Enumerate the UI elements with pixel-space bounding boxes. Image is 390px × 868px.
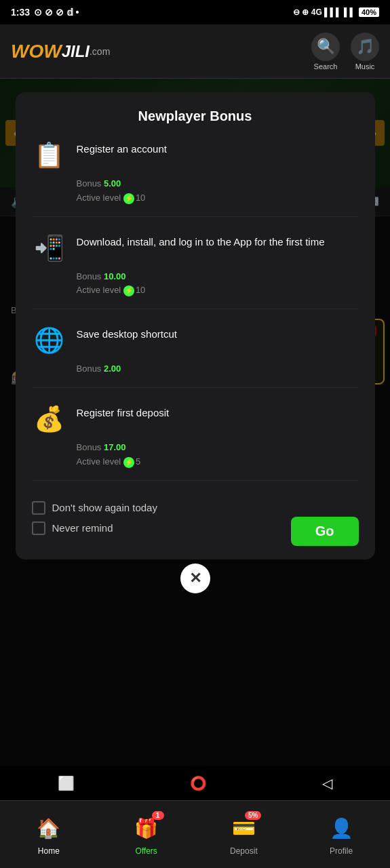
offers-badge: 1 — [152, 811, 164, 820]
android-home-button[interactable]: ⭕ — [190, 775, 207, 791]
deposit-level-icon: ⚡ — [123, 457, 134, 468]
nav-offers[interactable]: 🎁 1 Offers — [119, 814, 174, 856]
music-icon: 🎵 — [351, 33, 379, 61]
register-bonus-amount: 5.00 — [104, 178, 121, 189]
download-bonus-amount: 10.00 — [104, 271, 126, 281]
nav-deposit-label: Deposit — [230, 846, 258, 856]
bonus-item-deposit: 💰 Register first deposit Bonus 17.00 Act… — [32, 401, 359, 481]
status-time: 1:33 — [11, 7, 30, 18]
status-bar: 1:33 ⊙ ⊘ ⊘ 𝕕 • ⊖ ⊕ 4G ▌▌▌ ▌▌ 40% — [0, 0, 390, 24]
status-icons: ⊙ ⊘ ⊘ 𝕕 • — [34, 7, 79, 18]
deposit-nav-icon: 💳 — [232, 817, 256, 840]
no-show-today-label: Don't show again today — [52, 502, 157, 513]
nav-offers-label: Offers — [135, 846, 157, 856]
battery-indicator: 40% — [359, 7, 379, 17]
register-level-value: 10 — [136, 193, 145, 203]
no-show-today-row[interactable]: Don't show again today — [32, 501, 157, 515]
download-level-value: 10 — [136, 285, 145, 295]
register-text: Register an account — [77, 138, 167, 156]
bonus-item-register: 📋 Register an account Bonus 5.00 Active … — [32, 138, 359, 217]
deposit-icon: 💰 — [32, 401, 67, 437]
android-recent-button[interactable]: ⬜ — [58, 775, 75, 791]
music-button[interactable]: 🎵 Music — [351, 33, 379, 71]
bonus-item-shortcut: 🌐 Save desktop shortcut Bonus 2.00 — [32, 323, 359, 388]
nav-profile-label: Profile — [330, 846, 353, 856]
profile-icon: 👤 — [330, 817, 353, 840]
android-navigation-bar: ⬜ ⭕ ◁ — [0, 766, 390, 800]
deposit-text: Register first deposit — [77, 401, 170, 420]
logo-com: .com — [90, 46, 110, 57]
signal-icons: ⊖ ⊕ 4G ▌▌▌ ▌▌ — [293, 7, 355, 17]
shortcut-text: Save desktop shortcut — [77, 323, 177, 341]
checkbox-section: Don't show again today Never remind — [32, 501, 157, 535]
nav-home-label: Home — [38, 846, 60, 856]
never-remind-checkbox[interactable] — [32, 521, 45, 535]
nav-deposit[interactable]: 💳 5% Deposit — [216, 814, 271, 856]
download-level-icon: ⚡ — [123, 285, 134, 296]
logo: WOW JILI .com — [11, 41, 110, 62]
search-icon: 🔍 — [311, 33, 340, 61]
shortcut-icon: 🌐 — [32, 323, 67, 358]
never-remind-label: Never remind — [52, 522, 113, 534]
no-show-today-checkbox[interactable] — [32, 501, 45, 515]
download-text: Download, install, and log in to the App… — [77, 231, 325, 249]
shortcut-details: Bonus 2.00 — [77, 362, 359, 376]
search-button[interactable]: 🔍 Search — [311, 33, 340, 71]
register-icon: 📋 — [32, 138, 67, 173]
modal-overlay: Newplayer Bonus 📋 Register an account Bo… — [0, 79, 390, 868]
register-level-icon: ⚡ — [123, 193, 134, 204]
home-icon: 🏠 — [37, 817, 60, 840]
close-icon: ✕ — [189, 570, 201, 587]
logo-wow: WOW — [11, 41, 62, 62]
deposit-badge: 5% — [245, 811, 261, 820]
android-back-button[interactable]: ◁ — [322, 775, 332, 791]
register-details: Bonus 5.00 Active level ⚡10 — [77, 177, 359, 205]
never-remind-row[interactable]: Never remind — [32, 521, 157, 535]
bottom-navigation: 🏠 Home 🎁 1 Offers 💳 5% Deposit 👤 Profile — [0, 800, 390, 868]
deposit-details: Bonus 17.00 Active level ⚡5 — [77, 441, 359, 469]
offers-icon: 🎁 — [134, 817, 158, 840]
deposit-level-value: 5 — [136, 456, 140, 467]
close-modal-button[interactable]: ✕ — [180, 564, 210, 593]
nav-profile[interactable]: 👤 Profile — [314, 814, 368, 856]
download-icon: 📲 — [32, 231, 67, 266]
newplayer-bonus-modal: Newplayer Bonus 📋 Register an account Bo… — [16, 92, 375, 559]
header-actions: 🔍 Search 🎵 Music — [311, 33, 379, 71]
bonus-item-download: 📲 Download, install, and log in to the A… — [32, 231, 359, 310]
app-header: WOW JILI .com 🔍 Search 🎵 Music — [0, 24, 390, 79]
download-details: Bonus 10.00 Active level ⚡10 — [77, 270, 359, 298]
nav-home[interactable]: 🏠 Home — [22, 814, 76, 856]
deposit-bonus-amount: 17.00 — [104, 442, 126, 452]
shortcut-bonus-amount: 2.00 — [104, 363, 121, 374]
modal-title: Newplayer Bonus — [32, 108, 359, 124]
go-button[interactable]: Go — [291, 517, 359, 546]
logo-jili: JILI — [62, 42, 90, 61]
